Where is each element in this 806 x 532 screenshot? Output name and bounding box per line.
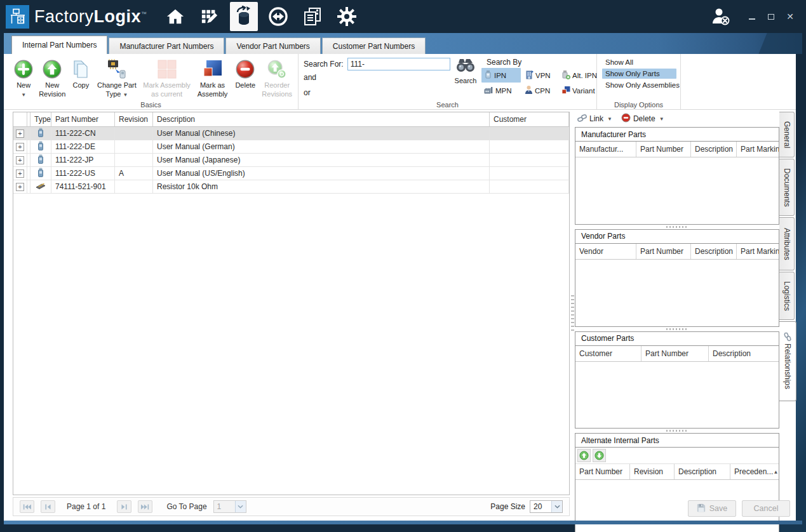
search-input[interactable] (347, 58, 450, 70)
cell-part-number: 74111-521-901 (51, 180, 115, 194)
search-button[interactable]: Search (451, 57, 480, 84)
document-part-icon (37, 128, 44, 139)
customer-parts-box: Customer Parts Customer Part Number Desc… (575, 331, 779, 429)
link-icon (577, 114, 587, 124)
expand-row-button[interactable]: + (16, 183, 24, 191)
search-by-vpn-toggle[interactable]: VPN (522, 68, 558, 83)
dropdown-caret-icon: ▼ (123, 92, 128, 98)
splitter-handle[interactable] (575, 327, 779, 331)
save-button[interactable]: Save (688, 500, 736, 517)
part-number-tabstrip: Internal Part Numbers Manufacturer Part … (4, 33, 802, 54)
column-header[interactable]: Customer (575, 346, 641, 361)
table-row[interactable]: + 74111-521-901 Resistor 10k Ohm (13, 180, 569, 194)
search-by-cpn-toggle[interactable]: CPN (522, 83, 558, 98)
expand-row-button[interactable]: + (16, 143, 24, 151)
column-header-description[interactable]: Description (153, 112, 490, 127)
cell-customer (490, 154, 569, 167)
minimize-button[interactable] (744, 9, 760, 24)
panel-splitter-handle[interactable] (571, 295, 574, 333)
cancel-button[interactable]: Cancel (742, 500, 790, 517)
tab-vendor-part-numbers[interactable]: Vendor Part Numbers (225, 37, 320, 54)
reports-icon[interactable] (299, 2, 326, 31)
app-title: FactoryLogix™ (34, 7, 147, 27)
search-by-ipn-toggle[interactable]: IPN (481, 68, 521, 83)
table-row[interactable]: + 111-222-CN User Manual (Chinese) (13, 127, 569, 140)
tab-customer-part-numbers[interactable]: Customer Part Numbers (322, 37, 426, 54)
column-header[interactable]: Part Marking (737, 244, 779, 259)
new-revision-icon (42, 58, 62, 80)
tab-documents[interactable]: Documents (779, 159, 795, 216)
column-header-sorted[interactable]: Preceden... ▲ (730, 464, 779, 479)
tab-logistics[interactable]: Logistics (779, 272, 795, 320)
column-header[interactable]: Description (709, 346, 779, 361)
column-header[interactable]: Part Number (636, 244, 691, 259)
grid-header-row: Type Part Number Revision Description Cu… (13, 112, 569, 127)
column-header[interactable]: Description (691, 142, 737, 157)
maximize-button[interactable] (763, 9, 779, 24)
column-header[interactable]: Part Number (636, 142, 691, 157)
go-to-page-select[interactable]: 1 (213, 500, 246, 513)
tab-manufacturer-part-numbers[interactable]: Manufacturer Part Numbers (109, 37, 224, 54)
home-icon[interactable] (161, 2, 189, 31)
tab-general[interactable]: General (779, 112, 795, 157)
manufacturer-parts-title: Manufacturer Parts (575, 128, 779, 142)
column-header[interactable]: Description (675, 464, 730, 479)
page-size-label: Page Size (490, 502, 525, 511)
column-header-type[interactable]: Type (30, 112, 51, 127)
parts-icon[interactable] (230, 2, 258, 31)
column-header[interactable]: Description (691, 244, 737, 259)
table-row[interactable]: + 111-222-DE User Manual (German) (13, 140, 569, 154)
alternate-parts-toolbar (575, 448, 779, 464)
splitter-handle[interactable] (575, 225, 779, 229)
column-header[interactable]: Part Number (575, 464, 630, 479)
move-up-button[interactable] (577, 449, 591, 462)
new-button[interactable]: New▼ (11, 56, 36, 99)
table-row[interactable]: + 111-222-US A User Manual (US/English) (13, 167, 569, 180)
first-page-button[interactable] (20, 500, 34, 513)
previous-page-button[interactable] (41, 500, 55, 513)
column-header-customer[interactable]: Customer (490, 112, 569, 127)
next-page-button[interactable] (117, 500, 131, 513)
column-header[interactable]: Part Number (641, 346, 709, 361)
show-only-assemblies-option[interactable]: Show Only Assemblies (602, 80, 676, 90)
splitter-handle[interactable] (575, 429, 779, 433)
change-part-type-button[interactable]: Change PartType ▼ (95, 56, 140, 99)
settings-icon[interactable] (333, 2, 361, 31)
column-header[interactable]: Vendor (575, 244, 636, 259)
page-size-select[interactable]: 20 (530, 500, 563, 513)
cell-part-number: 111-222-CN (51, 127, 115, 140)
tab-attributes[interactable]: Attributes (779, 217, 795, 270)
delete-button[interactable]: Delete (232, 56, 259, 99)
chevron-down-icon (235, 501, 246, 512)
copy-button[interactable]: Copy (69, 56, 93, 99)
new-revision-button[interactable]: NewRevision (37, 56, 67, 99)
column-header[interactable]: Part Marking (737, 142, 779, 157)
expand-row-button[interactable]: + (16, 156, 24, 164)
logout-user-icon[interactable] (709, 6, 731, 27)
expand-row-button[interactable]: + (16, 130, 24, 138)
move-down-button[interactable] (593, 449, 606, 462)
tab-internal-part-numbers[interactable]: Internal Part Numbers (11, 36, 107, 54)
link-button[interactable]: Link ▼ (577, 114, 612, 124)
delete-relationship-button[interactable]: Delete ▼ (621, 113, 664, 124)
search-for-label: Search For: (304, 60, 344, 69)
tab-relationships[interactable]: Relationships (779, 321, 796, 401)
last-page-button[interactable] (138, 500, 152, 513)
ribbon-group-display-options: Show All Show Only Parts Show Only Assem… (597, 54, 681, 109)
production-icon[interactable] (196, 2, 224, 31)
table-row[interactable]: + 111-222-JP User Manual (Japanese) (13, 154, 569, 167)
sort-ascending-icon: ▲ (773, 469, 778, 475)
column-header-revision[interactable]: Revision (115, 112, 153, 127)
search-by-mpn-toggle[interactable]: MPN (481, 83, 521, 98)
show-only-parts-option[interactable]: Show Only Parts (602, 69, 676, 79)
show-all-option[interactable]: Show All (602, 57, 676, 67)
transfer-icon[interactable] (264, 2, 292, 31)
component-part-icon (36, 182, 46, 192)
column-header[interactable]: Revision (630, 464, 675, 479)
mark-as-assembly-button[interactable]: Mark asAssembly (194, 56, 231, 99)
expand-row-button[interactable]: + (16, 170, 24, 178)
column-header-part-number[interactable]: Part Number (51, 112, 115, 127)
vendor-parts-body (575, 260, 779, 326)
close-button[interactable]: ✕ (782, 9, 798, 24)
column-header[interactable]: Manufactur... (575, 142, 636, 157)
